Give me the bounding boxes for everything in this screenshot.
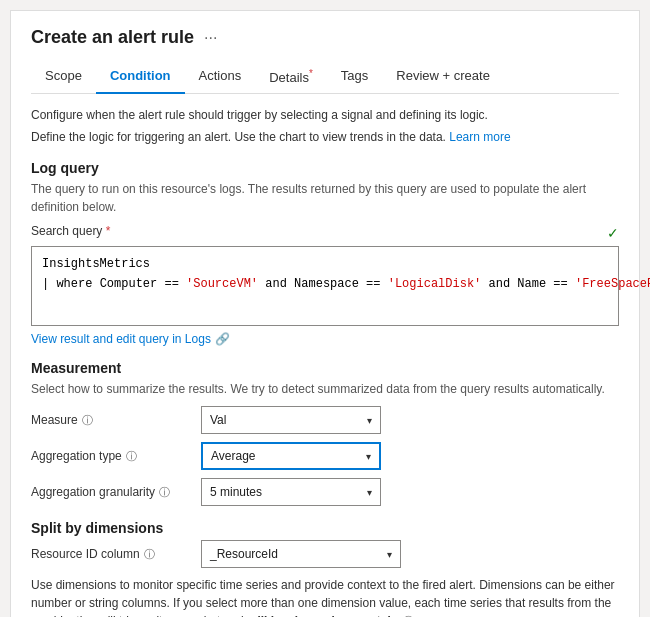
- resource-id-dropdown-arrow: ▾: [387, 549, 392, 560]
- aggregation-type-dropdown[interactable]: Average ▾: [201, 442, 381, 470]
- warning-text: Use dimensions to monitor specific time …: [31, 576, 619, 617]
- split-by-dimensions-title: Split by dimensions: [31, 520, 619, 536]
- panel-menu-icon[interactable]: ···: [204, 29, 217, 47]
- aggregation-granularity-row: Aggregation granularity ⓘ 5 minutes ▾: [31, 478, 619, 506]
- query-eq2: ==: [366, 277, 380, 291]
- tab-tags[interactable]: Tags: [327, 60, 382, 93]
- resource-id-label: Resource ID column ⓘ: [31, 547, 191, 562]
- query-eq1: ==: [164, 277, 178, 291]
- query-eq3: ==: [553, 277, 567, 291]
- query-name: Name: [517, 277, 546, 291]
- search-query-label: Search query *: [31, 224, 110, 238]
- measure-label: Measure ⓘ: [31, 413, 191, 428]
- aggregation-type-dropdown-arrow: ▾: [366, 451, 371, 462]
- aggregation-granularity-dropdown[interactable]: 5 minutes ▾: [201, 478, 381, 506]
- query-freespace: 'FreeSpacePercentage': [575, 277, 650, 291]
- tab-actions[interactable]: Actions: [185, 60, 256, 93]
- query-sourcevm: 'SourceVM': [186, 277, 258, 291]
- query-pipe: | where: [42, 277, 92, 291]
- tab-condition[interactable]: Condition: [96, 60, 185, 94]
- measurement-title: Measurement: [31, 360, 619, 376]
- aggregation-type-label: Aggregation type ⓘ: [31, 449, 191, 464]
- alert-rule-panel: Create an alert rule ··· Scope Condition…: [10, 10, 640, 617]
- query-computer: Computer: [100, 277, 158, 291]
- measure-dropdown[interactable]: Val ▾: [201, 406, 381, 434]
- search-query-input[interactable]: InsightsMetrics | where Computer == 'Sou…: [31, 246, 619, 326]
- log-query-desc: The query to run on this resource's logs…: [31, 180, 619, 216]
- resource-id-info-icon: ⓘ: [144, 547, 155, 562]
- description-line1: Configure when the alert rule should tri…: [31, 106, 619, 124]
- aggregation-type-row: Aggregation type ⓘ Average ▾: [31, 442, 619, 470]
- learn-more-link[interactable]: Learn more: [449, 130, 510, 144]
- measure-dropdown-arrow: ▾: [367, 415, 372, 426]
- measurement-desc: Select how to summarize the results. We …: [31, 380, 619, 398]
- resource-id-row: Resource ID column ⓘ _ResourceId ▾: [31, 540, 619, 568]
- aggregation-type-info-icon: ⓘ: [126, 449, 137, 464]
- query-logicaldisk: 'LogicalDisk': [388, 277, 482, 291]
- query-keyword: InsightsMetrics: [42, 257, 150, 271]
- query-namespace: Namespace: [294, 277, 359, 291]
- measure-info-icon: ⓘ: [82, 413, 93, 428]
- tab-review-create[interactable]: Review + create: [382, 60, 504, 93]
- aggregation-granularity-label: Aggregation granularity ⓘ: [31, 485, 191, 500]
- details-required-dot: *: [309, 68, 313, 79]
- panel-title: Create an alert rule: [31, 27, 194, 48]
- tabs-bar: Scope Condition Actions Details* Tags Re…: [31, 60, 619, 94]
- query-and2: and: [489, 277, 511, 291]
- search-query-required: *: [106, 224, 111, 238]
- tab-details[interactable]: Details*: [255, 60, 327, 93]
- resource-id-dropdown[interactable]: _ResourceId ▾: [201, 540, 401, 568]
- external-link-icon: 🔗: [215, 332, 230, 346]
- measure-row: Measure ⓘ Val ▾: [31, 406, 619, 434]
- log-query-title: Log query: [31, 160, 619, 176]
- search-query-header: Search query * ✓: [31, 224, 619, 242]
- panel-header: Create an alert rule ···: [31, 27, 619, 48]
- description-line2: Define the logic for triggering an alert…: [31, 128, 619, 146]
- aggregation-granularity-dropdown-arrow: ▾: [367, 487, 372, 498]
- query-and1: and: [265, 277, 287, 291]
- aggregation-granularity-info-icon: ⓘ: [159, 485, 170, 500]
- check-icon: ✓: [607, 225, 619, 241]
- view-results-link[interactable]: View result and edit query in Logs 🔗: [31, 332, 619, 346]
- tab-scope[interactable]: Scope: [31, 60, 96, 93]
